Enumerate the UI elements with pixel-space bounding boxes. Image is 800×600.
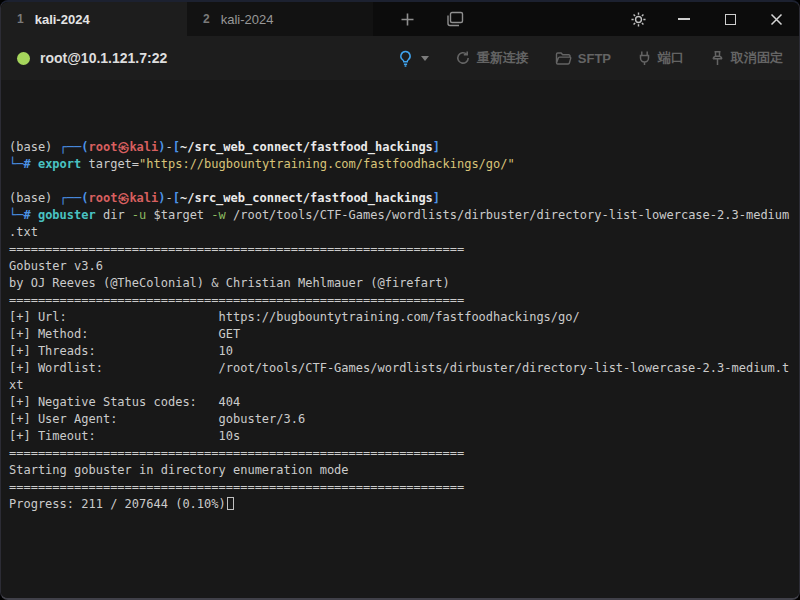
terminal-line: (base) ┌──(root㉿kali)-[~/src_web_connect… bbox=[9, 190, 791, 207]
new-tab-button[interactable] bbox=[387, 2, 427, 36]
settings-button[interactable] bbox=[615, 2, 661, 36]
port-label: 端口 bbox=[658, 49, 684, 67]
pin-icon bbox=[710, 50, 725, 66]
terminal-line: └─# export target="https://bugbountytrai… bbox=[9, 156, 791, 173]
connection-status-dot bbox=[17, 52, 30, 65]
tab-index: 2 bbox=[203, 12, 210, 26]
terminal-line: Progress: 211 / 207644 (0.10%) bbox=[9, 496, 791, 513]
maximize-button[interactable] bbox=[707, 2, 753, 36]
unpin-button[interactable]: 取消固定 bbox=[710, 49, 783, 67]
terminal-line: xt bbox=[9, 377, 791, 394]
app-window: 1 kali-2024 2 kali-2024 bbox=[0, 0, 800, 600]
terminal-line: ========================================… bbox=[9, 445, 791, 462]
tab-label: kali-2024 bbox=[35, 12, 90, 27]
plug-icon bbox=[637, 50, 652, 66]
session-actions: 重新连接 SFTP 端口 取消固定 bbox=[398, 49, 783, 67]
terminal-line: [+] User Agent: gobuster/3.6 bbox=[9, 411, 791, 428]
maximize-icon bbox=[725, 14, 736, 25]
terminal-line: ========================================… bbox=[9, 241, 791, 258]
terminal-line: [+] Url: https://bugbountytraining.com/f… bbox=[9, 309, 791, 326]
terminal-line: ========================================… bbox=[9, 292, 791, 309]
terminal-line: [+] Wordlist: /root/tools/CTF-Games/word… bbox=[9, 360, 791, 377]
terminal-line: ========================================… bbox=[9, 479, 791, 496]
chevron-down-icon bbox=[421, 56, 429, 61]
session-toolbar: root@10.1.121.7:22 重新连接 SFTP bbox=[1, 36, 799, 80]
terminal-line: Starting gobuster in directory enumerati… bbox=[9, 462, 791, 479]
lightbulb-icon bbox=[398, 50, 413, 67]
tab-kali-2024-1[interactable]: 1 kali-2024 bbox=[1, 2, 187, 36]
sftp-button[interactable]: SFTP bbox=[555, 51, 611, 66]
port-button[interactable]: 端口 bbox=[637, 49, 684, 67]
terminal-line: [+] Method: GET bbox=[9, 326, 791, 343]
minimize-icon bbox=[678, 18, 690, 20]
terminal-line: .txt bbox=[9, 224, 791, 241]
terminal-line: by OJ Reeves (@TheColonial) & Christian … bbox=[9, 275, 791, 292]
terminal[interactable]: (base) ┌──(root㉿kali)-[~/src_web_connect… bbox=[1, 80, 799, 598]
tab-label: kali-2024 bbox=[221, 12, 274, 27]
terminal-line bbox=[9, 173, 791, 190]
reconnect-button[interactable]: 重新连接 bbox=[455, 49, 529, 67]
copy-icon bbox=[446, 11, 464, 27]
session-title: root@10.1.121.7:22 bbox=[40, 50, 167, 66]
unpin-label: 取消固定 bbox=[731, 49, 783, 67]
reconnect-label: 重新连接 bbox=[477, 49, 529, 67]
terminal-output: (base) ┌──(root㉿kali)-[~/src_web_connect… bbox=[9, 139, 791, 513]
tab-kali-2024-2[interactable]: 2 kali-2024 bbox=[187, 2, 373, 36]
duplicate-tab-button[interactable] bbox=[435, 2, 475, 36]
tab-index: 1 bbox=[17, 12, 24, 26]
terminal-line: Gobuster v3.6 bbox=[9, 258, 791, 275]
folder-icon bbox=[555, 51, 572, 66]
titlebar-drag-area bbox=[475, 2, 615, 36]
terminal-line: [+] Threads: 10 bbox=[9, 343, 791, 360]
refresh-icon bbox=[455, 50, 471, 66]
hint-button[interactable] bbox=[398, 50, 429, 67]
gear-icon bbox=[629, 10, 648, 29]
close-icon bbox=[770, 13, 783, 26]
terminal-line: (base) ┌──(root㉿kali)-[~/src_web_connect… bbox=[9, 139, 791, 156]
sftp-label: SFTP bbox=[578, 51, 611, 66]
minimize-button[interactable] bbox=[661, 2, 707, 36]
terminal-line: [+] Timeout: 10s bbox=[9, 428, 791, 445]
plus-icon bbox=[400, 12, 415, 27]
terminal-line: [+] Negative Status codes: 404 bbox=[9, 394, 791, 411]
titlebar: 1 kali-2024 2 kali-2024 bbox=[1, 2, 799, 36]
terminal-line: └─# gobuster dir -u $target -w /root/too… bbox=[9, 207, 791, 224]
close-button[interactable] bbox=[753, 2, 799, 36]
